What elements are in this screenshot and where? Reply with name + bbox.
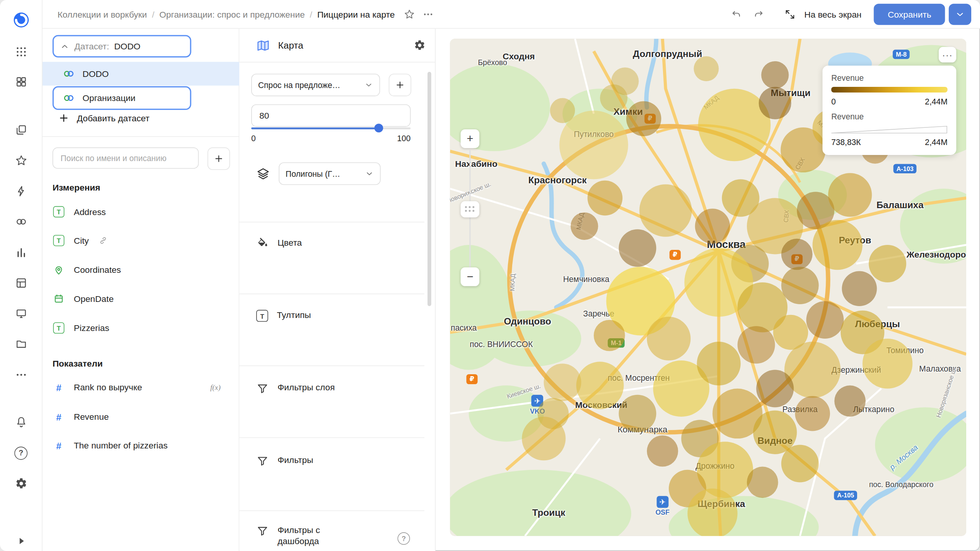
map-bubble[interactable]: [647, 317, 691, 360]
layer-select[interactable]: Спрос на предложе…: [251, 74, 380, 96]
map-more-button[interactable]: ···: [939, 47, 956, 62]
collapse-panel-icon[interactable]: [11, 531, 30, 550]
map-bubble[interactable]: [781, 239, 813, 270]
legend-color-gradient: [831, 87, 947, 93]
map-bubble[interactable]: [869, 245, 906, 282]
divider: [239, 510, 424, 511]
apps-grid-icon[interactable]: [11, 42, 30, 61]
editor-icon[interactable]: [11, 304, 30, 323]
more-services-icon[interactable]: [11, 365, 30, 384]
map-bubble[interactable]: [756, 370, 794, 408]
map-bubble[interactable]: [759, 87, 791, 119]
breadcrumb-more-icon[interactable]: [418, 5, 437, 23]
layer-filters-section[interactable]: Фильтры слоя: [256, 382, 335, 395]
dataset-item-organizations[interactable]: Организации: [52, 86, 191, 110]
map-bubble[interactable]: [738, 326, 775, 364]
save-options-chevron[interactable]: [949, 3, 971, 25]
legend-color-min: 0: [831, 97, 836, 106]
layer-opacity-slider[interactable]: [251, 124, 410, 132]
map-bubble[interactable]: [619, 395, 656, 432]
chart-type-title: Карта: [278, 40, 304, 51]
section-help-icon[interactable]: ?: [397, 532, 410, 545]
fullscreen-icon[interactable]: [781, 5, 799, 23]
map-bubble[interactable]: [761, 61, 789, 89]
map-bubble[interactable]: [588, 181, 622, 215]
field-coordinates[interactable]: Coordinates: [42, 256, 239, 284]
geometry-type-select[interactable]: Полигоны (Г…: [279, 162, 381, 185]
favorites-icon[interactable]: [11, 151, 30, 170]
slider-knob[interactable]: [374, 124, 383, 132]
field-opendate[interactable]: OpenDate: [42, 285, 239, 312]
map-bubble[interactable]: [594, 320, 625, 351]
dashboards-icon[interactable]: [11, 274, 30, 292]
zoom-slider-handle[interactable]: [461, 201, 479, 217]
charts-icon[interactable]: [11, 243, 30, 262]
map-bubble[interactable]: [747, 467, 778, 498]
add-field-button[interactable]: [207, 147, 230, 170]
map-bubble[interactable]: [781, 445, 819, 482]
map-bubble[interactable]: [559, 111, 628, 179]
settings-icon[interactable]: [11, 474, 30, 493]
breadcrumb-current[interactable]: Пиццерии на карте: [317, 9, 395, 19]
colors-section[interactable]: Цвета: [256, 237, 302, 250]
map-bubble[interactable]: [835, 385, 866, 417]
breadcrumb-workbook[interactable]: Организации: спрос и предложение: [159, 9, 305, 19]
datasets-icon[interactable]: [11, 212, 30, 231]
legend-color-title: Revenue: [831, 73, 947, 82]
collections-icon[interactable]: [11, 72, 30, 91]
favorite-star-icon[interactable]: [400, 5, 418, 23]
map-bubble[interactable]: [695, 209, 730, 243]
tooltips-section[interactable]: T Тултипы: [256, 310, 311, 322]
save-button[interactable]: Сохранить: [874, 3, 945, 25]
dataset-item-dodo[interactable]: DODO: [42, 62, 239, 86]
field-pizzerias[interactable]: T Pizzerias: [42, 314, 239, 342]
map-bubble[interactable]: [550, 98, 575, 123]
map-bubble[interactable]: [694, 56, 719, 81]
notifications-icon[interactable]: [11, 413, 30, 432]
fullscreen-label[interactable]: На весь экран: [804, 9, 862, 19]
map-bubble[interactable]: [571, 212, 598, 240]
filters-section[interactable]: Фильтры: [256, 455, 313, 468]
field-revenue[interactable]: # Revenue: [42, 403, 239, 430]
map-bubble[interactable]: [544, 364, 581, 401]
field-number-of-pizzerias[interactable]: # The number of pizzerias: [42, 432, 239, 459]
dashboard-filters-section[interactable]: Фильтры с дашборда: [256, 525, 340, 546]
zoom-in-button[interactable]: +: [461, 129, 479, 148]
chart-settings-gear-icon[interactable]: [414, 39, 426, 51]
dataset-selector[interactable]: Датасет: DODO: [52, 35, 191, 57]
undo-icon[interactable]: [727, 5, 745, 23]
map-bubble[interactable]: [812, 220, 862, 270]
workbooks-icon[interactable]: [11, 121, 30, 139]
map-bubble[interactable]: [522, 417, 565, 460]
field-label: Address: [74, 207, 106, 217]
map-bubble[interactable]: [600, 84, 627, 112]
map-bubble[interactable]: [697, 342, 740, 385]
map-bubble[interactable]: [626, 101, 661, 136]
map-bubble[interactable]: [619, 229, 656, 267]
map-bubble[interactable]: [795, 396, 830, 431]
config-scrollbar[interactable]: [428, 72, 431, 306]
field-search-input[interactable]: [52, 147, 199, 169]
storage-icon[interactable]: [11, 335, 30, 354]
map-bubble[interactable]: [647, 435, 678, 467]
map-canvas[interactable]: СходняБрёховоДолгопрудныйМытищиХимкиПути…: [450, 39, 967, 536]
field-address[interactable]: T Address: [42, 198, 239, 226]
zoom-out-button[interactable]: −: [461, 267, 479, 286]
help-icon[interactable]: ?: [11, 443, 30, 462]
breadcrumb-collections[interactable]: Коллекции и воркбуки: [57, 9, 147, 19]
map-bubble[interactable]: [842, 271, 877, 306]
add-dataset-button[interactable]: Добавить датасет: [58, 112, 150, 124]
map-bubble[interactable]: [781, 267, 819, 304]
map-bubble[interactable]: [862, 339, 913, 389]
redo-icon[interactable]: [749, 5, 768, 23]
add-layer-button[interactable]: [389, 74, 412, 96]
map-bubble[interactable]: [828, 173, 872, 217]
field-city[interactable]: T City: [42, 227, 239, 254]
map-bubble[interactable]: [576, 362, 624, 409]
map-bubble[interactable]: [639, 184, 692, 237]
map-bubble[interactable]: [688, 489, 738, 536]
map-bubble[interactable]: [806, 301, 844, 339]
quick-actions-icon[interactable]: [11, 182, 30, 201]
field-rank[interactable]: # Rank по выручке f(x): [42, 373, 239, 401]
datalens-logo[interactable]: [11, 11, 30, 29]
